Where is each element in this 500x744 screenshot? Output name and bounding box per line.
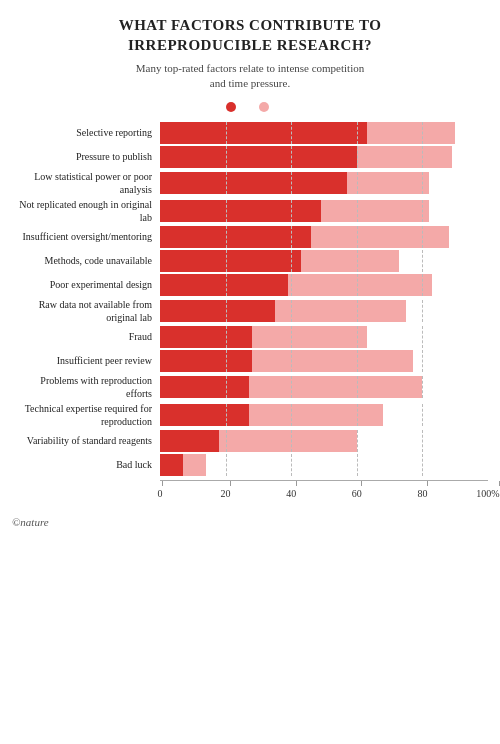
bar-always	[160, 300, 275, 322]
bar-label: Not replicated enough in original lab	[12, 198, 160, 224]
bar-always	[160, 200, 321, 222]
always-dot	[226, 102, 236, 112]
bar-container	[160, 226, 488, 248]
chart-row: Technical expertise required for reprodu…	[12, 402, 488, 428]
bar-label: Insufficient peer review	[12, 354, 160, 367]
bar-always	[160, 376, 249, 398]
chart-row: Low statistical power or poor analysis	[12, 170, 488, 196]
bar-container	[160, 430, 488, 452]
bar-label: Low statistical power or poor analysis	[12, 170, 160, 196]
chart-row: Pressure to publish	[12, 146, 488, 168]
x-axis: 020406080100%	[160, 480, 488, 508]
bar-container	[160, 404, 488, 426]
subtitle: Many top-rated factors relate to intense…	[12, 61, 488, 92]
legend	[12, 102, 488, 112]
bar-label: Methods, code unavailable	[12, 254, 160, 267]
bar-label: Technical expertise required for reprodu…	[12, 402, 160, 428]
x-axis-row: 020406080100%	[12, 480, 488, 508]
bar-always	[160, 226, 311, 248]
chart-row: Fraud	[12, 326, 488, 348]
bar-label: Selective reporting	[12, 126, 160, 139]
bar-always	[160, 430, 219, 452]
chart-row: Insufficient oversight/mentoring	[12, 226, 488, 248]
bar-container	[160, 350, 488, 372]
chart-row: Raw data not available from original lab	[12, 298, 488, 324]
bar-always	[160, 250, 301, 272]
bar-container	[160, 454, 488, 476]
chart-row: Bad luck	[12, 454, 488, 476]
bar-container	[160, 250, 488, 272]
bar-label: Raw data not available from original lab	[12, 298, 160, 324]
chart-row: Variability of standard reagents	[12, 430, 488, 452]
page-title: WHAT FACTORS CONTRIBUTE TOIRREPRODUCIBLE…	[12, 16, 488, 55]
bar-container	[160, 274, 488, 296]
bar-label: Fraud	[12, 330, 160, 343]
bar-label: Variability of standard reagents	[12, 434, 160, 447]
bar-always	[160, 350, 252, 372]
bar-container	[160, 326, 488, 348]
bar-label: Pressure to publish	[12, 150, 160, 163]
bar-container	[160, 200, 488, 222]
bar-always	[160, 454, 183, 476]
chart-area: Selective reportingPressure to publishLo…	[12, 122, 488, 478]
bar-container	[160, 122, 488, 144]
sometimes-dot	[259, 102, 269, 112]
bar-label: Bad luck	[12, 458, 160, 471]
chart-row: Problems with reproduction efforts	[12, 374, 488, 400]
bar-label: Problems with reproduction efforts	[12, 374, 160, 400]
bar-always	[160, 274, 288, 296]
chart-row: Selective reporting	[12, 122, 488, 144]
bar-container	[160, 172, 488, 194]
bar-container	[160, 376, 488, 398]
bar-container	[160, 300, 488, 322]
bar-label: Poor experimental design	[12, 278, 160, 291]
nature-logo: ©nature	[12, 516, 49, 528]
chart-row: Insufficient peer review	[12, 350, 488, 372]
bar-container	[160, 146, 488, 168]
chart-row: Not replicated enough in original lab	[12, 198, 488, 224]
legend-always	[226, 102, 241, 112]
bar-always	[160, 122, 367, 144]
chart-row: Methods, code unavailable	[12, 250, 488, 272]
chart-row: Poor experimental design	[12, 274, 488, 296]
bar-always	[160, 404, 249, 426]
bar-always	[160, 146, 357, 168]
bar-label: Insufficient oversight/mentoring	[12, 230, 160, 243]
footer: ©nature	[12, 516, 488, 528]
bar-always	[160, 326, 252, 348]
bar-always	[160, 172, 347, 194]
legend-sometimes	[259, 102, 274, 112]
